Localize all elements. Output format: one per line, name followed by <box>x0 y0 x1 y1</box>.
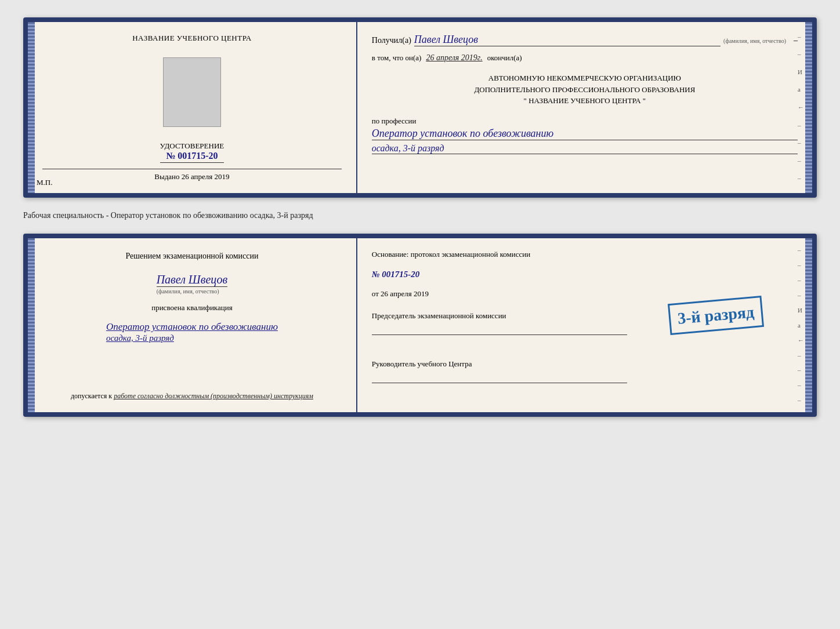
director-section: Руководитель учебного Центра <box>372 359 798 383</box>
bottom-document: Решением экзаменационной комиссии Павел … <box>23 234 817 417</box>
bottom-doc-right: Основание: протокол экзаменационной коми… <box>357 238 812 412</box>
protocol-number-block: № 001715-20 <box>372 269 798 279</box>
profession-section: по профессии Оператор установок по обезв… <box>372 117 798 154</box>
recipient-line: Получил(а) Павел Швецов (фамилия, имя, о… <box>372 34 798 46</box>
qualification-block: Оператор установок по обезвоживанию осад… <box>106 321 278 343</box>
chairman-sig-line <box>372 323 627 335</box>
top-doc-right: Получил(а) Павел Швецов (фамилия, имя, о… <box>357 22 812 193</box>
page-container: НАЗВАНИЕ УЧЕБНОГО ЦЕНТРА УДОСТОВЕРЕНИЕ №… <box>12 12 828 423</box>
profession-line2: осадка, 3-й разряд <box>372 143 798 154</box>
protocol-number: № 001715-20 <box>372 270 419 279</box>
binding-right-bottom <box>805 238 812 412</box>
org-block: АВТОНОМНУЮ НЕКОММЕРЧЕСКУЮ ОРГАНИЗАЦИЮ ДО… <box>372 72 798 107</box>
director-sig-line <box>372 372 627 383</box>
cert-number-section: УДОСТОВЕРЕНИЕ № 001715-20 <box>160 141 225 163</box>
stamp: 3-й разряд <box>668 296 764 335</box>
admitted-text: работе согласно должностным (производств… <box>114 392 313 400</box>
person-name: Павел Швецов <box>157 273 228 286</box>
decision-label: Решением экзаменационной комиссии <box>125 250 258 263</box>
cert-number: № 001715-20 <box>160 151 225 163</box>
binding-right <box>805 22 812 193</box>
cert-label: УДОСТОВЕРЕНИЕ <box>160 141 225 151</box>
person-block: Павел Швецов (фамилия, имя, отчество) <box>157 273 228 294</box>
completion-date: 26 апреля 2019г. <box>426 53 482 63</box>
photo-placeholder <box>163 57 221 127</box>
issued-line: Выдано 26 апреля 2019 <box>42 169 342 181</box>
qual-line2: осадка, 3-й разряд <box>106 333 174 343</box>
basis-section: Основание: протокол экзаменационной коми… <box>372 250 798 259</box>
bottom-doc-left: Решением экзаменационной комиссии Павел … <box>28 238 357 412</box>
right-edge-marks: – – И а ← – – – – <box>798 22 804 193</box>
right-edge-marks-bottom: – – – – И а ← – – – – <box>798 238 804 412</box>
top-doc-left: НАЗВАНИЕ УЧЕБНОГО ЦЕНТРА УДОСТОВЕРЕНИЕ №… <box>28 22 357 193</box>
date-completion-line: в том, что он(а) 26 апреля 2019г. окончи… <box>372 53 798 63</box>
fio-label-top: (фамилия, имя, отчество) <box>723 38 786 44</box>
profession-line1: Оператор установок по обезвоживанию <box>372 128 798 140</box>
chairman-section: Председатель экзаменационной комиссии 3-… <box>372 311 798 335</box>
top-document: НАЗВАНИЕ УЧЕБНОГО ЦЕНТРА УДОСТОВЕРЕНИЕ №… <box>23 17 817 198</box>
fio-label-bottom: (фамилия, имя, отчество) <box>157 286 228 294</box>
protocol-date: от 26 апреля 2019 <box>372 289 798 299</box>
qual-line1: Оператор установок по обезвоживанию <box>106 321 278 332</box>
training-center-title: НАЗВАНИЕ УЧЕБНОГО ЦЕНТРА <box>132 34 251 43</box>
recipient-name: Павел Швецов <box>414 34 720 46</box>
assigned-label: присвоена квалификация <box>151 303 232 312</box>
mp-label: М.П. <box>37 178 52 187</box>
admitted-line: допускается к работе согласно должностны… <box>71 392 313 401</box>
separator-text: Рабочая специальность - Оператор установ… <box>23 208 817 223</box>
